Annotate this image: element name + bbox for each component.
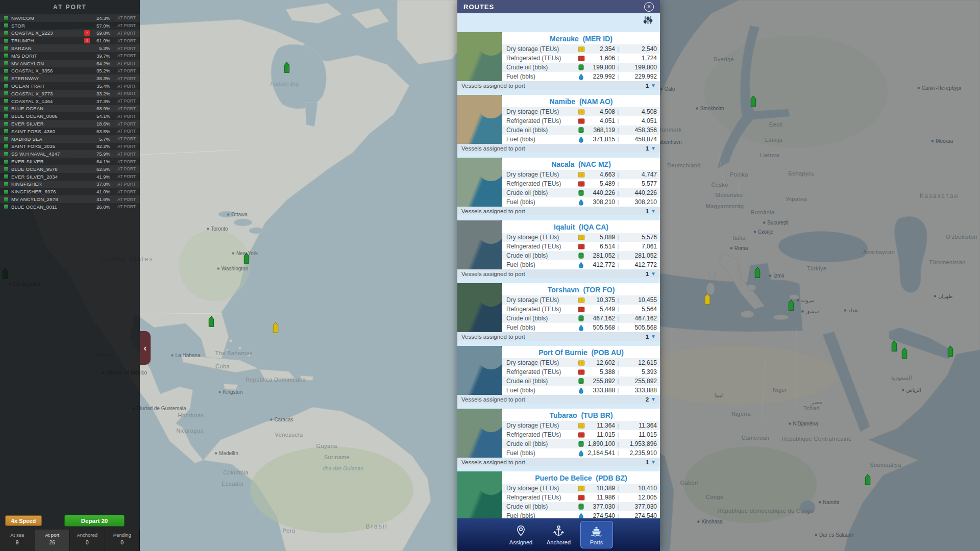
- vessel-row[interactable]: EVER SILVER ! 64.1% AT PORT: [0, 158, 140, 165]
- resource-label: Dry storage (TEUs): [506, 485, 577, 492]
- vessel-map-marker[interactable]: [755, 267, 760, 278]
- vessel-row[interactable]: MV ANCYLON_2978 ! 41.6% AT PORT: [0, 195, 140, 203]
- vessel-row[interactable]: KINGFISHER ! 37.8% AT PORT: [0, 181, 140, 188]
- vessel-map-marker[interactable]: [751, 96, 756, 106]
- port-thumbnail[interactable]: [457, 32, 502, 81]
- vessel-row[interactable]: BLUE OCEAN ! 68.9% AT PORT: [0, 105, 140, 113]
- port-vessels-footer[interactable]: Vessels assigned to port 1 ▼: [457, 207, 660, 215]
- vessel-row[interactable]: EVER SILVER ! 18.6% AT PORT: [0, 120, 140, 128]
- resource-label: Crude oil (bbls): [506, 127, 577, 134]
- vessel-row[interactable]: SAINT FORS_4360 ! 63.5% AT PORT: [0, 128, 140, 135]
- dropdown-caret-icon[interactable]: ▼: [651, 208, 656, 214]
- vessel-row[interactable]: STOR ! 57.0% AT PORT: [0, 22, 140, 30]
- port-resource-rows: Dry storage (TEUs) 2,354 | 2,540 Refrige…: [502, 44, 660, 81]
- vessel-load-percent: 37.3%: [93, 98, 110, 104]
- fleet-tab-at-port[interactable]: At port 26: [35, 530, 70, 551]
- vessel-map-marker[interactable]: [209, 316, 214, 327]
- vessel-row[interactable]: M/S DORIT ! 39.7% AT PORT: [0, 52, 140, 60]
- port-name[interactable]: Puerto De Belice (PDB BZ): [502, 471, 660, 484]
- vessel-row[interactable]: KINGFISHER_6976 ! 41.0% AT PORT: [0, 188, 140, 195]
- value-separator: |: [615, 171, 621, 178]
- vessel-row[interactable]: BLUE OCEAN_0086 ! 54.1% AT PORT: [0, 112, 140, 120]
- resource-current-value: 11,364: [585, 422, 615, 429]
- vessel-row[interactable]: OCEAN TRAIT ! 35.4% AT PORT: [0, 82, 140, 90]
- vessel-map-marker[interactable]: [892, 341, 897, 351]
- vessel-icon: [4, 39, 8, 43]
- port-vessels-footer[interactable]: Vessels assigned to port 1 ▼: [457, 332, 660, 341]
- port-resource-rows: Dry storage (TEUs) 11,364 | 11,364 Refri…: [502, 421, 660, 458]
- port-name[interactable]: Tubarao (TUB BR): [502, 409, 660, 421]
- resource-capacity-value: 1,724: [621, 55, 657, 62]
- vessel-row[interactable]: COASTAL X_1464 ! 37.3% AT PORT: [0, 97, 140, 105]
- port-thumbnail[interactable]: [457, 409, 502, 458]
- port-name[interactable]: Torshavn (TOR FO): [502, 283, 660, 295]
- routes-nav-assigned[interactable]: Assigned: [505, 521, 537, 548]
- vessels-assigned-label: Vessels assigned to port: [461, 83, 525, 89]
- vessel-row[interactable]: BLUE OCEAN_0011 ! 26.0% AT PORT: [0, 203, 140, 211]
- vessel-row[interactable]: NAVICOM ! 24.3% AT PORT: [0, 14, 140, 22]
- fleet-tab-pending[interactable]: Pending 0: [105, 530, 140, 551]
- dropdown-caret-icon[interactable]: ▼: [651, 459, 656, 465]
- vessel-status: AT PORT: [113, 53, 136, 58]
- routes-nav-ports[interactable]: Ports: [580, 521, 613, 548]
- dropdown-caret-icon[interactable]: ▼: [651, 145, 656, 151]
- vessel-name: COASTAL X_9773: [11, 91, 84, 96]
- port-name[interactable]: Namibe (NAM AO): [502, 95, 660, 107]
- vessel-map-marker[interactable]: [789, 300, 794, 310]
- port-vessels-footer[interactable]: Vessels assigned to port 1 ▼: [457, 269, 660, 278]
- vessel-row[interactable]: COASTAL X_5223 ! 59.8% AT PORT: [0, 30, 140, 37]
- vessel-row[interactable]: STERNWAY ! 38.3% AT PORT: [0, 74, 140, 82]
- vessel-name: EVER SILVER: [11, 121, 84, 127]
- vessel-row[interactable]: SS W.H NAVAL_4247 ! 75.9% AT PORT: [0, 150, 140, 158]
- vessel-map-marker[interactable]: [273, 322, 278, 333]
- port-thumbnail[interactable]: [457, 346, 502, 395]
- port-name[interactable]: Port Of Burnie (POB AU): [502, 346, 660, 358]
- vessel-name: STERNWAY: [11, 76, 84, 81]
- vessel-row[interactable]: TRIUMPH ! 61.0% AT PORT: [0, 37, 140, 44]
- vessel-row[interactable]: SAINT FORS_3035 ! 82.2% AT PORT: [0, 143, 140, 151]
- dry-icon: [577, 423, 585, 429]
- vessel-row[interactable]: BLUE OCEAN_9578 ! 62.5% AT PORT: [0, 165, 140, 173]
- port-thumbnail[interactable]: [457, 95, 502, 144]
- dropdown-caret-icon[interactable]: ▼: [651, 334, 656, 339]
- vessel-map-marker[interactable]: [902, 348, 907, 358]
- dropdown-caret-icon[interactable]: ▼: [651, 83, 656, 88]
- speed-button[interactable]: 4x Speed: [5, 515, 42, 526]
- port-thumbnail[interactable]: [457, 283, 502, 332]
- port-name[interactable]: Merauke (MER ID): [502, 32, 660, 44]
- vessel-map-marker[interactable]: [865, 474, 870, 485]
- vessel-row[interactable]: COASTAL X_3356 ! 35.2% AT PORT: [0, 67, 140, 75]
- close-icon[interactable]: ✕: [644, 2, 654, 12]
- port-vessels-footer[interactable]: Vessels assigned to port 1 ▼: [457, 81, 660, 90]
- port-name[interactable]: Nacala (NAC MZ): [502, 158, 660, 170]
- vessel-row[interactable]: MADRID SEA ! 5.7% AT PORT: [0, 135, 140, 143]
- dropdown-caret-icon[interactable]: ▼: [651, 271, 656, 277]
- port-thumbnail[interactable]: [457, 158, 502, 207]
- vessel-map-marker[interactable]: [284, 62, 289, 72]
- fleet-tab-anchored[interactable]: Anchored 0: [70, 530, 105, 551]
- port-vessels-footer[interactable]: Vessels assigned to port 1 ▼: [457, 144, 660, 153]
- port-vessels-footer[interactable]: Vessels assigned to port 2 ▼: [457, 395, 660, 404]
- value-separator: |: [615, 494, 621, 500]
- value-separator: |: [615, 369, 621, 375]
- dropdown-caret-icon[interactable]: ▼: [651, 396, 656, 402]
- port-thumbnail[interactable]: [457, 220, 502, 269]
- routes-nav-anchored[interactable]: Anchored: [543, 521, 575, 548]
- filter-icon[interactable]: [643, 16, 653, 27]
- port-thumbnail[interactable]: [457, 471, 502, 520]
- fleet-tab-at-sea[interactable]: At sea 9: [0, 530, 35, 551]
- port-vessels-footer[interactable]: Vessels assigned to port 1 ▼: [457, 458, 660, 466]
- vessel-row[interactable]: COASTAL X_9773 ! 33.2% AT PORT: [0, 90, 140, 97]
- vessel-map-marker[interactable]: [244, 253, 249, 263]
- vessel-row[interactable]: EVER SILVER_2034 ! 41.9% AT PORT: [0, 173, 140, 181]
- vessel-row[interactable]: BARZAN ! 5.3% AT PORT: [0, 44, 140, 52]
- vessel-map-marker[interactable]: [705, 294, 710, 304]
- value-separator: |: [615, 243, 621, 249]
- resource-label: Refrigerated (TEUs): [506, 368, 577, 375]
- port-name[interactable]: Iqaluit (IQA CA): [502, 220, 660, 233]
- depart-button[interactable]: Depart 20: [64, 515, 125, 527]
- reefer-icon: [577, 495, 585, 500]
- vessel-row[interactable]: MV ANCYLON ! 64.2% AT PORT: [0, 60, 140, 67]
- sidebar-collapse-button[interactable]: ‹: [140, 331, 151, 365]
- vessel-map-marker[interactable]: [948, 346, 953, 356]
